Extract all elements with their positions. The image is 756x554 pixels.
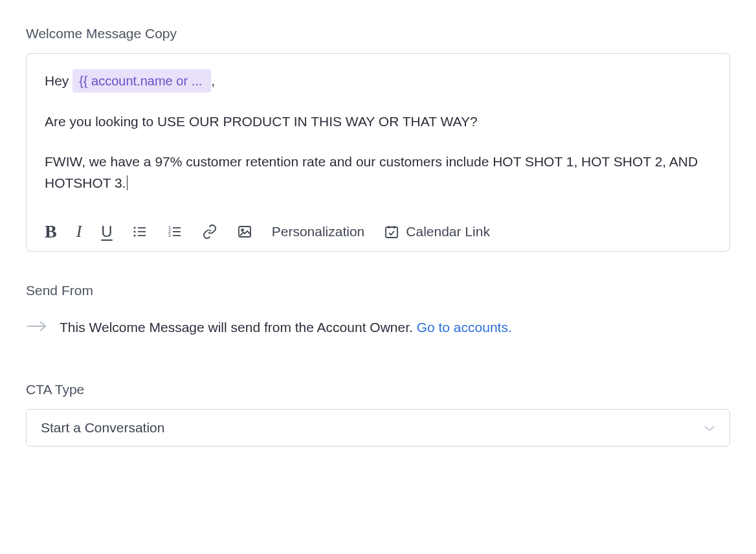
greeting-suffix: , (211, 73, 215, 88)
image-icon (237, 224, 252, 239)
underline-button[interactable]: U (101, 223, 112, 241)
editor-content[interactable]: Hey {{ account.name or ..., Are you look… (45, 69, 711, 194)
numbered-list-icon: 1 2 3 (167, 224, 183, 239)
numbered-list-button[interactable]: 1 2 3 (167, 224, 183, 239)
link-icon (202, 224, 217, 239)
bullet-list-icon (132, 224, 148, 239)
calendar-link-label: Calendar Link (406, 224, 490, 239)
underline-icon: U (101, 223, 112, 241)
greeting-prefix: Hey (45, 73, 72, 88)
italic-icon: I (76, 222, 82, 241)
link-button[interactable] (202, 224, 217, 239)
calendar-link-button[interactable]: Calendar Link (384, 224, 490, 239)
bold-button[interactable]: B (45, 221, 57, 242)
send-from-section: Send From This Welcome Message will send… (26, 283, 730, 337)
send-from-note: This Welcome Message will send from the … (60, 320, 512, 335)
send-from-label: Send From (26, 283, 730, 298)
svg-point-13 (241, 229, 243, 231)
svg-point-2 (133, 234, 135, 236)
editor-line-3: FWIW, we have a 97% customer retention r… (45, 151, 711, 194)
editor-toolbar: B I U 1 2 (45, 216, 711, 242)
bullet-list-button[interactable] (132, 224, 148, 239)
go-to-accounts-link[interactable]: Go to accounts. (417, 320, 512, 335)
send-from-note-text: This Welcome Message will send from the … (60, 320, 417, 335)
image-button[interactable] (237, 224, 252, 239)
personalization-token[interactable]: {{ account.name or ... (72, 69, 211, 93)
welcome-message-label: Welcome Message Copy (26, 26, 730, 41)
personalization-button[interactable]: Personalization (272, 224, 365, 239)
personalization-label: Personalization (272, 224, 365, 239)
editor-line-1: Hey {{ account.name or ..., (45, 69, 711, 93)
text-cursor (127, 175, 128, 190)
svg-point-0 (133, 227, 135, 228)
send-from-row: This Welcome Message will send from the … (26, 319, 730, 337)
chevron-down-icon (704, 420, 715, 436)
editor-line-2: Are you looking to USE OUR PRODUCT IN TH… (45, 111, 711, 133)
cta-type-label: CTA Type (26, 382, 730, 397)
svg-point-1 (133, 230, 135, 232)
bold-icon: B (45, 221, 57, 242)
cta-selected-value: Start a Conversation (41, 420, 164, 436)
calendar-check-icon (384, 224, 399, 239)
message-editor[interactable]: Hey {{ account.name or ..., Are you look… (26, 53, 730, 252)
cta-type-select[interactable]: Start a Conversation (26, 409, 730, 447)
cta-type-section: CTA Type Start a Conversation (26, 382, 730, 447)
svg-rect-14 (386, 227, 397, 238)
svg-text:3: 3 (168, 233, 171, 238)
welcome-message-section: Welcome Message Copy Hey {{ account.name… (26, 26, 730, 252)
italic-button[interactable]: I (76, 222, 82, 241)
arrow-right-icon (26, 319, 48, 337)
